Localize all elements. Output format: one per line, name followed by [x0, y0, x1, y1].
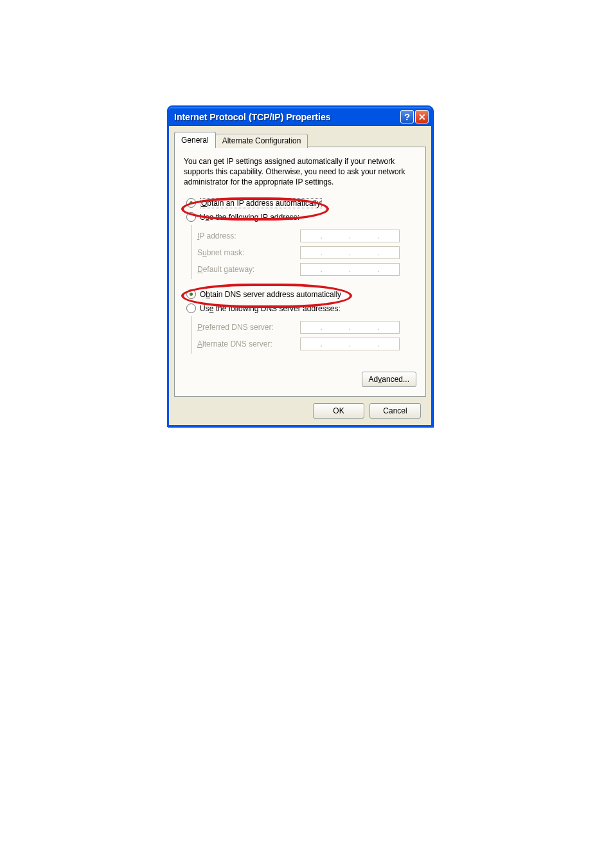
label-ip-address: IP address: — [197, 231, 300, 240]
row-default-gateway: Default gateway: . . . — [197, 261, 416, 278]
help-icon: ? — [404, 111, 410, 122]
row-alternate-dns: Alternate DNS server: . . . — [197, 336, 416, 352]
label-subnet-mask: Subnet mask: — [197, 248, 300, 257]
description-text: You can get IP settings assigned automat… — [184, 156, 416, 188]
radio-icon — [186, 212, 196, 222]
advanced-row: Advanced... — [184, 363, 416, 387]
tab-alternate-label: Alternate Configuration — [222, 136, 301, 145]
label-preferred-dns: Preferred DNS server: — [197, 323, 300, 332]
row-subnet-mask: Subnet mask: . . . — [197, 244, 416, 261]
label-alternate-dns: Alternate DNS server: — [197, 339, 300, 348]
row-preferred-dns: Preferred DNS server: . . . — [197, 319, 416, 336]
radio-icon — [186, 198, 196, 208]
radio-obtain-ip-auto[interactable]: Obtain an IP address automatically — [186, 197, 416, 210]
cancel-button-label: Cancel — [383, 406, 407, 415]
ip-fields-group: IP address: . . . Subnet mask: . . . Def… — [191, 225, 416, 279]
client-area: General Alternate Configuration You can … — [169, 126, 431, 425]
close-icon: ✕ — [418, 112, 426, 122]
radio-use-dns-manual-label: Use the following DNS server addresses: — [200, 304, 341, 313]
input-default-gateway[interactable]: . . . — [300, 263, 400, 276]
radio-obtain-ip-auto-label: Obtain an IP address automatically — [200, 198, 322, 208]
tabstrip: General Alternate Configuration — [174, 131, 426, 147]
tab-general-label: General — [181, 136, 209, 145]
input-preferred-dns[interactable]: . . . — [300, 321, 400, 334]
radio-use-dns-manual[interactable]: Use the following DNS server addresses: — [186, 302, 416, 315]
close-button[interactable]: ✕ — [415, 110, 429, 123]
titlebar[interactable]: Internet Protocol (TCP/IP) Properties ? … — [169, 107, 431, 126]
input-subnet-mask[interactable]: . . . — [300, 246, 400, 259]
radio-use-ip-manual-label: Use the following IP address: — [200, 213, 299, 222]
cancel-button[interactable]: Cancel — [369, 403, 421, 419]
input-ip-address[interactable]: . . . — [300, 230, 400, 242]
radio-icon — [186, 303, 196, 313]
radio-icon — [186, 289, 196, 299]
radio-use-ip-manual[interactable]: Use the following IP address: — [186, 211, 416, 224]
help-button[interactable]: ? — [400, 110, 414, 123]
input-alternate-dns[interactable]: . . . — [300, 338, 400, 350]
advanced-button[interactable]: Advanced... — [362, 372, 416, 387]
tab-alternate[interactable]: Alternate Configuration — [215, 134, 308, 148]
dialog-footer: OK Cancel — [174, 397, 426, 419]
ok-button[interactable]: OK — [313, 403, 364, 419]
window-title: Internet Protocol (TCP/IP) Properties — [174, 112, 399, 122]
ok-button-label: OK — [333, 406, 344, 415]
tcpip-properties-dialog: Internet Protocol (TCP/IP) Properties ? … — [167, 105, 433, 427]
label-default-gateway: Default gateway: — [197, 265, 300, 274]
radio-obtain-dns-auto-label: Obtain DNS server address automatically — [200, 290, 341, 299]
row-ip-address: IP address: . . . — [197, 228, 416, 244]
radio-obtain-dns-auto[interactable]: Obtain DNS server address automatically — [186, 288, 416, 301]
tabpanel-general: You can get IP settings assigned automat… — [174, 147, 426, 397]
dns-fields-group: Preferred DNS server: . . . Alternate DN… — [191, 316, 416, 354]
tab-general[interactable]: General — [174, 132, 216, 147]
